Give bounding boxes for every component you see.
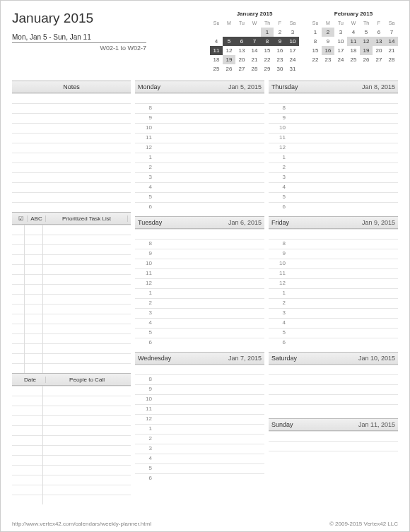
day-header: Saturday Jan 10, 2015 [269, 352, 398, 365]
day-date: Jan 9, 2015 [362, 219, 395, 226]
day-label: Tuesday [138, 219, 162, 226]
people-col-label: People to Call [46, 377, 128, 383]
day-hours[interactable]: 89101112123456 [135, 229, 264, 348]
notes-area[interactable] [12, 93, 131, 212]
day-header: Thursday Jan 8, 2015 [269, 81, 398, 93]
page-title: January 2015 [12, 11, 146, 26]
day-header: Sunday Jan 11, 2015 [269, 418, 398, 431]
day-label: Saturday [271, 355, 297, 362]
mini-calendar-jan: January 2015 SuMTuWThFSa1234567891011121… [210, 11, 299, 73]
task-col-label: Prioritized Task List [46, 215, 128, 222]
title-block: January 2015 Mon, Jan 5 - Sun, Jan 11 W0… [12, 11, 146, 73]
footer-copyright: © 2009-2015 Vertex42 LLC [329, 521, 398, 527]
day-hours[interactable]: 89101112123456 [135, 93, 264, 212]
day-header: Tuesday Jan 6, 2015 [135, 216, 264, 229]
planner-page: January 2015 Mon, Jan 5 - Sun, Jan 11 W0… [0, 0, 410, 532]
day-label: Friday [271, 219, 289, 226]
right-column: Thursday Jan 8, 2015 89101112123456 Frid… [269, 81, 398, 504]
day-label: Thursday [271, 83, 298, 90]
day-thursday: Thursday Jan 8, 2015 89101112123456 [269, 81, 398, 212]
people-area[interactable] [12, 386, 131, 504]
mini-calendars: January 2015 SuMTuWThFSa1234567891011121… [210, 11, 398, 73]
day-hours[interactable] [269, 365, 398, 414]
day-sunday: Sunday Jan 11, 2015 [269, 418, 398, 461]
day-date: Jan 8, 2015 [362, 83, 395, 90]
day-label: Monday [138, 83, 160, 90]
day-header: Wednesday Jan 7, 2015 [135, 352, 264, 365]
day-friday: Friday Jan 9, 2015 89101112123456 [269, 216, 398, 348]
day-label: Wednesday [138, 355, 171, 362]
mini-calendar-grid: SuMTuWThFSa12345678910111213141516171819… [210, 18, 299, 73]
day-date: Jan 11, 2015 [358, 421, 395, 428]
mini-calendar-title: February 2015 [309, 11, 398, 17]
day-hours[interactable]: 89101112123456 [269, 93, 398, 212]
day-date: Jan 5, 2015 [228, 83, 262, 90]
mini-calendar-grid: SuMTuWThFSa12345678910111213141516171819… [309, 18, 398, 64]
sidebar-column: Notes ☑ ABC Prioritized Task List Date P… [12, 81, 131, 504]
task-area[interactable] [12, 225, 131, 373]
header: January 2015 Mon, Jan 5 - Sun, Jan 11 W0… [12, 11, 398, 73]
day-header: Monday Jan 5, 2015 [135, 81, 264, 93]
task-header: ☑ ABC Prioritized Task List [12, 212, 131, 225]
day-label: Sunday [271, 421, 293, 428]
notes-label: Notes [63, 83, 80, 90]
footer-url: http://www.vertex42.com/calendars/weekly… [12, 521, 151, 527]
day-header: Friday Jan 9, 2015 [269, 216, 398, 229]
day-wednesday: Wednesday Jan 7, 2015 89101112123456 [135, 352, 264, 483]
day-tuesday: Tuesday Jan 6, 2015 89101112123456 [135, 216, 264, 348]
day-date: Jan 10, 2015 [358, 355, 395, 362]
people-header: Date People to Call [12, 373, 131, 386]
middle-column: Monday Jan 5, 2015 89101112123456 Tuesda… [135, 81, 264, 504]
mini-calendar-feb: February 2015 SuMTuWThFSa123456789101112… [309, 11, 398, 73]
day-hours[interactable]: 89101112123456 [269, 229, 398, 348]
mini-calendar-title: January 2015 [210, 11, 299, 17]
content: Notes ☑ ABC Prioritized Task List Date P… [12, 81, 398, 504]
day-monday: Monday Jan 5, 2015 89101112123456 [135, 81, 264, 212]
day-saturday: Saturday Jan 10, 2015 [269, 352, 398, 414]
task-col-check: ☑ [15, 215, 28, 222]
day-hours[interactable] [269, 431, 398, 461]
day-hours[interactable]: 89101112123456 [135, 365, 264, 483]
day-date: Jan 6, 2015 [228, 219, 262, 226]
notes-header: Notes [12, 81, 131, 93]
week-range: Mon, Jan 5 - Sun, Jan 11 [12, 33, 146, 43]
day-date: Jan 7, 2015 [228, 355, 262, 362]
footer: http://www.vertex42.com/calendars/weekly… [12, 521, 398, 527]
week-codes: W02-1 to W02-7 [12, 45, 146, 52]
people-col-date: Date [15, 377, 46, 383]
task-col-abc: ABC [28, 215, 46, 222]
